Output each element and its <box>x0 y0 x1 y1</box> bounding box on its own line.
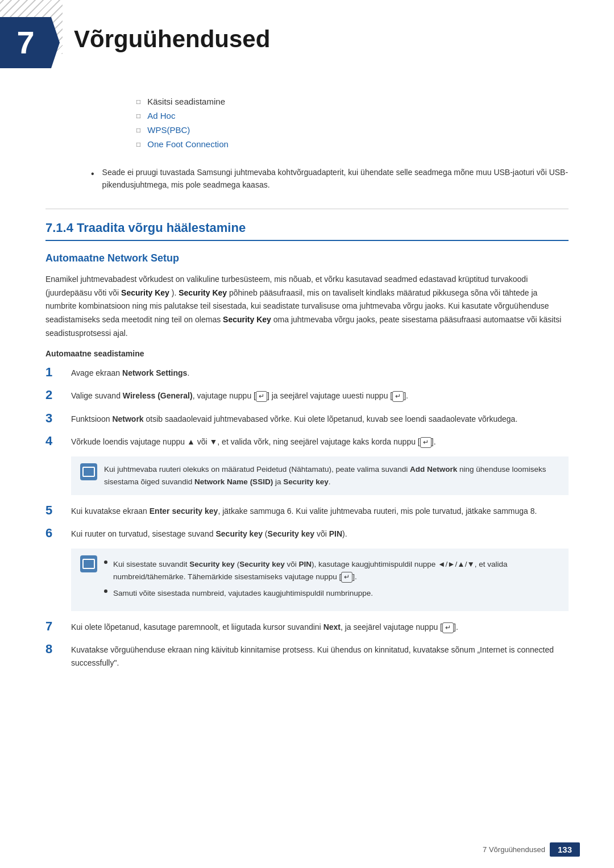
step-6-sub-bullets: Kui sisestate suvandit Security key (Sec… <box>104 558 559 604</box>
note-1-content: Kui juhtmevaba ruuteri olekuks on määrat… <box>104 463 559 488</box>
subsection-auto-heading: Automaatne Network Setup <box>45 252 569 264</box>
toc-label-2: Ad Hoc <box>147 111 175 121</box>
toc-label-1: Käsitsi seadistamine <box>147 97 225 106</box>
key-enter-5: ↵ <box>442 622 454 633</box>
step-4-number: 4 <box>45 434 65 448</box>
chapter-title: Võrguühendused <box>63 17 270 53</box>
step-6-note-inner: Kui sisestate suvandit Security key (Sec… <box>80 555 559 604</box>
step-5-number: 5 <box>45 503 65 518</box>
section-divider <box>45 209 569 209</box>
sub-bullet-2: Samuti võite sisestada numbreid, vajutad… <box>104 587 559 600</box>
toc-item-4: One Foot Connection <box>136 139 569 149</box>
step-1-text: Avage ekraan Network Settings. <box>71 365 569 379</box>
note-icon-2 <box>80 555 97 572</box>
body-bold-2: Security Key <box>223 315 271 324</box>
key-enter-1: ↵ <box>256 391 267 402</box>
step-8-number: 8 <box>45 642 65 657</box>
step-5-text: Kui kuvatakse ekraan Enter security key,… <box>71 503 569 517</box>
section-7-1-4-heading: 7.1.4 Traadita võrgu häälestamine <box>45 221 569 241</box>
step-3-number: 3 <box>45 411 65 426</box>
chapter-header: 7 Võrguühendused <box>0 0 614 80</box>
page-footer: 7 Võrguühendused 133 <box>483 842 580 857</box>
step-8-text: Kuvatakse võrguühenduse ekraan ning käiv… <box>71 642 569 669</box>
step-3-bold: Network <box>112 414 143 423</box>
key-enter-3: ↵ <box>420 437 432 448</box>
step-5-bold: Enter security key <box>150 506 218 516</box>
step-3: 3 Funktsioon Network otsib saadaolevaid … <box>45 411 569 426</box>
body-bold-1b: Security Key <box>179 288 227 297</box>
toc-item-2: Ad Hoc <box>136 111 569 121</box>
bullet-dot: • <box>91 167 94 181</box>
note-1-bold-3: Security key <box>283 477 329 486</box>
body-bold-1: Security Key <box>121 288 169 297</box>
sub-bold-3: PIN <box>298 560 312 568</box>
note-1-bold-1: Add Network <box>410 465 457 474</box>
step-1: 1 Avage ekraan Network Settings. <box>45 365 569 380</box>
usb-note-text: Seade ei pruugi tuvastada Samsungi juhtm… <box>102 166 569 192</box>
step-4-note: Kui juhtmevaba ruuteri olekuks on määrat… <box>71 456 569 495</box>
sub-bullet-1: Kui sisestate suvandit Security key (Sec… <box>104 558 559 583</box>
step-2-bold: Wireless (General) <box>123 391 193 400</box>
note-icon-1 <box>80 463 97 480</box>
step-2-number: 2 <box>45 388 65 402</box>
page-number: 133 <box>550 842 580 857</box>
footer-text: 7 Võrguühendused <box>483 845 545 854</box>
note-icon-container-2 <box>80 555 97 572</box>
toc-item-3: WPS(PBC) <box>136 125 569 135</box>
step-6-bold-1: Security key <box>215 529 263 538</box>
step-1-bold: Network Settings <box>122 368 187 377</box>
step-6: 6 Kui ruuter on turvatud, sisestage suva… <box>45 526 569 541</box>
toc-list: Käsitsi seadistamine Ad Hoc WPS(PBC) One… <box>45 97 569 149</box>
steps-heading: Automaatne seadistamine <box>45 349 569 358</box>
page: 7 Võrguühendused Käsitsi seadistamine Ad… <box>0 0 614 868</box>
step-6-bold-3: PIN <box>329 529 342 538</box>
body-paragraph-1: Enamikel juhtmevabadest võrkudest on val… <box>45 273 569 340</box>
steps-list: 1 Avage ekraan Network Settings. 2 Valig… <box>45 365 569 669</box>
toc-label-4: One Foot Connection <box>147 139 229 149</box>
toc-item-1: Käsitsi seadistamine <box>136 97 569 106</box>
step-2: 2 Valige suvand Wireless (General), vaju… <box>45 388 569 402</box>
step-5: 5 Kui kuvatakse ekraan Enter security ke… <box>45 503 569 518</box>
step-8: 8 Kuvatakse võrguühenduse ekraan ning kä… <box>45 642 569 669</box>
sub-bullet-dot-1 <box>104 560 107 564</box>
body-text-1b: ). <box>172 288 177 297</box>
usb-note-paragraph: • Seade ei pruugi tuvastada Samsungi juh… <box>45 166 569 192</box>
step-4-text: Võrkude loendis vajutage nuppu ▲ või ▼, … <box>71 434 569 448</box>
step-7: 7 Kui olete lõpetanud, kasutage paremnoo… <box>45 619 569 634</box>
sub-bold-1: Security key <box>189 560 235 568</box>
content-area: Käsitsi seadistamine Ad Hoc WPS(PBC) One… <box>0 85 614 703</box>
chapter-number: 7 <box>16 27 34 59</box>
sub-bullet-dot-2 <box>104 589 107 593</box>
key-enter-2: ↵ <box>392 391 404 402</box>
note-1-bold-2: Network Name (SSID) <box>194 477 273 486</box>
sub-bullet-1-text: Kui sisestate suvandit Security key (Sec… <box>113 558 559 583</box>
step-1-number: 1 <box>45 365 65 380</box>
step-7-bold: Next <box>323 622 341 632</box>
note-icon-container-1 <box>80 463 97 480</box>
toc-label-3: WPS(PBC) <box>147 125 190 135</box>
step-7-text: Kui olete lõpetanud, kasutage paremnoolt… <box>71 619 569 633</box>
step-2-text: Valige suvand Wireless (General), vajuta… <box>71 388 569 402</box>
step-6-bold-2: Security key <box>268 529 315 538</box>
step-3-text: Funktsioon Network otsib saadaolevaid ju… <box>71 411 569 425</box>
sub-bold-2: Security key <box>239 560 285 568</box>
step-6-text: Kui ruuter on turvatud, sisestage suvand… <box>71 526 569 540</box>
step-7-number: 7 <box>45 619 65 634</box>
chapter-number-box: 7 <box>0 17 51 68</box>
step-6-number: 6 <box>45 526 65 541</box>
key-enter-4: ↵ <box>341 572 352 583</box>
step-4: 4 Võrkude loendis vajutage nuppu ▲ või ▼… <box>45 434 569 448</box>
sub-bullet-2-text: Samuti võite sisestada numbreid, vajutad… <box>113 587 373 600</box>
step-6-note: Kui sisestate suvandit Security key (Sec… <box>71 549 569 611</box>
